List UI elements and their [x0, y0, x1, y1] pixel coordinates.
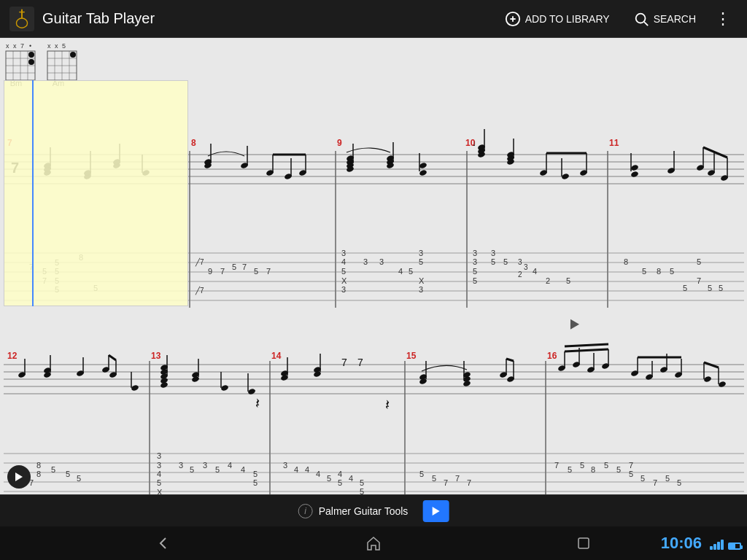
svg-text:╱7: ╱7 [195, 286, 204, 295]
svg-text:15: 15 [406, 351, 417, 361]
svg-text:5: 5 [670, 267, 674, 276]
svg-text:5: 5 [341, 267, 346, 276]
svg-text:4: 4 [349, 474, 353, 483]
svg-text:5: 5 [360, 487, 364, 494]
status-time: 10:06 [661, 534, 702, 553]
svg-text:5: 5 [432, 474, 436, 483]
svg-text:3: 3 [283, 461, 287, 470]
svg-text:7: 7 [20, 42, 24, 50]
search-button[interactable]: SEARCH [627, 7, 702, 31]
svg-text:5: 5 [254, 267, 258, 276]
svg-text:5: 5 [665, 474, 670, 483]
svg-text:5: 5 [253, 470, 258, 478]
svg-text:4: 4 [338, 470, 342, 478]
svg-text:4: 4 [157, 470, 161, 478]
svg-text:5: 5 [642, 267, 646, 276]
svg-text:7: 7 [467, 478, 471, 487]
svg-line-368 [565, 349, 608, 351]
more-options-button[interactable]: ⋮ [709, 5, 738, 33]
svg-text:5: 5 [66, 470, 70, 478]
svg-text:11: 11 [609, 138, 619, 148]
recent-apps-button[interactable] [576, 535, 592, 551]
svg-text:5: 5 [677, 478, 681, 487]
svg-text:3: 3 [518, 258, 522, 266]
main-content: x x 7 • Bm x x 5 Am 7 [0, 38, 747, 494]
svg-text:4: 4 [228, 461, 232, 470]
svg-marker-9 [15, 472, 23, 481]
svg-rect-405 [578, 538, 589, 548]
svg-text:5: 5 [473, 267, 477, 276]
svg-text:9: 9 [337, 138, 342, 148]
svg-text:5: 5 [338, 478, 342, 487]
svg-text:5: 5 [697, 257, 701, 266]
current-measure-highlight [4, 80, 188, 306]
svg-text:3: 3 [179, 461, 183, 470]
svg-line-383 [704, 362, 719, 368]
svg-text:7: 7 [242, 262, 247, 271]
svg-text:7: 7 [357, 357, 363, 368]
svg-point-159 [561, 173, 570, 180]
bottom-bar: i Palmer Guitar Tools [0, 494, 747, 526]
svg-text:3: 3 [473, 257, 477, 266]
svg-text:X: X [419, 276, 425, 285]
add-to-library-button[interactable]: ADD TO LIBRARY [499, 7, 616, 31]
back-button[interactable] [155, 535, 171, 551]
svg-text:╱7: ╱7 [195, 257, 204, 267]
svg-point-379 [703, 376, 712, 383]
svg-line-234 [109, 355, 116, 360]
svg-text:7: 7 [266, 267, 271, 276]
svg-text:x: x [13, 42, 17, 50]
svg-text:𝄽: 𝄽 [386, 400, 390, 409]
svg-text:8: 8 [591, 465, 595, 474]
svg-point-7 [635, 13, 645, 23]
svg-line-369 [565, 344, 608, 346]
svg-text:8: 8 [624, 257, 628, 266]
svg-text:5: 5 [503, 257, 508, 266]
svg-text:5: 5 [419, 470, 424, 478]
app-icon [9, 6, 35, 32]
svg-text:5: 5 [77, 474, 81, 483]
svg-text:2: 2 [518, 271, 522, 279]
svg-text:3: 3 [419, 249, 423, 257]
svg-text:5: 5 [580, 461, 584, 470]
svg-text:5: 5 [157, 478, 161, 487]
svg-text:x: x [47, 42, 51, 50]
svg-text:7: 7 [444, 478, 448, 487]
svg-text:5: 5 [708, 284, 712, 292]
svg-text:5: 5 [232, 262, 236, 271]
android-nav-bar: 10:06 [0, 526, 747, 560]
svg-text:8: 8 [36, 461, 41, 470]
svg-marker-404 [368, 537, 379, 550]
app-title: Guitar Tab Player [42, 10, 487, 27]
svg-text:3: 3 [524, 263, 528, 271]
svg-text:𝄽: 𝄽 [256, 398, 260, 408]
svg-text:X: X [157, 488, 163, 494]
svg-text:5: 5 [419, 257, 423, 266]
svg-text:2: 2 [546, 276, 550, 285]
svg-text:3: 3 [157, 451, 161, 460]
svg-text:5: 5 [62, 42, 66, 50]
home-button[interactable] [365, 535, 382, 551]
svg-text:8: 8 [657, 267, 661, 276]
svg-point-34 [70, 52, 76, 58]
svg-text:5: 5 [327, 474, 331, 483]
svg-text:X: X [341, 276, 347, 285]
play-button[interactable] [7, 465, 31, 489]
svg-text:7: 7 [220, 267, 225, 276]
arrow-forward-button[interactable] [422, 500, 449, 522]
status-icons [710, 540, 741, 550]
svg-point-267 [247, 388, 256, 395]
svg-text:5: 5 [253, 478, 258, 487]
svg-text:14: 14 [271, 351, 282, 361]
svg-text:4: 4 [294, 465, 298, 474]
svg-point-191 [630, 171, 639, 178]
svg-text:7: 7 [697, 276, 701, 285]
palmer-guitar-tools-label: Palmer Guitar Tools [319, 505, 409, 517]
svg-text:4: 4 [341, 257, 346, 266]
svg-point-190 [630, 164, 639, 171]
playback-cursor [32, 80, 34, 306]
svg-text:5: 5 [473, 276, 477, 285]
svg-text:3: 3 [157, 461, 161, 470]
svg-text:5: 5 [409, 267, 413, 276]
svg-text:5: 5 [51, 465, 55, 474]
